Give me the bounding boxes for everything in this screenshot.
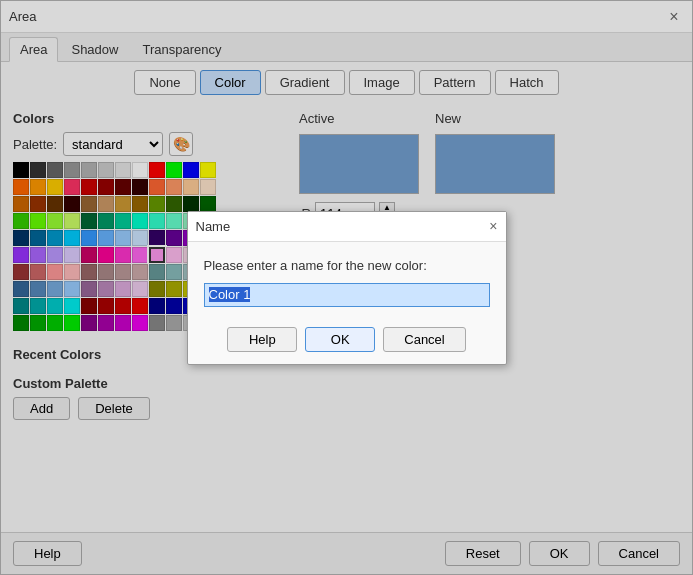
modal-help-button[interactable]: Help bbox=[227, 327, 297, 352]
main-window: Area × Area Shadow Transparency None Col… bbox=[0, 0, 693, 575]
name-dialog: Name × Please enter a name for the new c… bbox=[187, 211, 507, 365]
modal-body: Please enter a name for the new color: bbox=[188, 242, 506, 319]
modal-prompt: Please enter a name for the new color: bbox=[204, 258, 490, 273]
modal-close-button[interactable]: × bbox=[489, 218, 497, 234]
modal-overlay: Name × Please enter a name for the new c… bbox=[1, 1, 692, 574]
color-name-input[interactable] bbox=[204, 283, 490, 307]
modal-title-bar: Name × bbox=[188, 212, 506, 242]
modal-buttons: Help OK Cancel bbox=[188, 319, 506, 364]
modal-cancel-button[interactable]: Cancel bbox=[383, 327, 465, 352]
modal-ok-button[interactable]: OK bbox=[305, 327, 375, 352]
modal-title: Name bbox=[196, 219, 231, 234]
